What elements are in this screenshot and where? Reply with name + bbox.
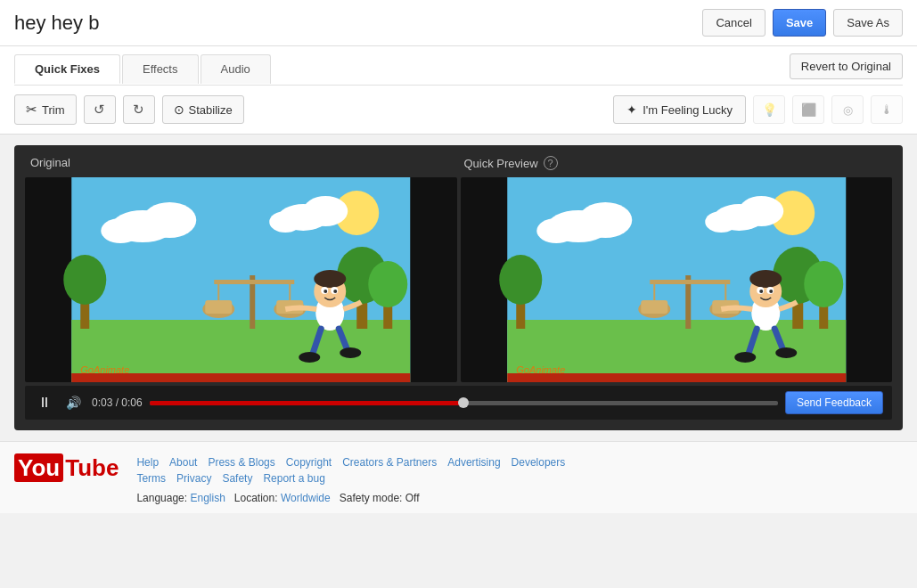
svg-rect-50 (650, 280, 730, 284)
svg-rect-33 (71, 373, 410, 382)
svg-point-7 (303, 196, 348, 226)
svg-point-38 (578, 202, 632, 238)
rotate-left-button[interactable]: ↺ (84, 95, 116, 124)
svg-point-31 (340, 347, 361, 358)
video-labels: Original Quick Preview ? (25, 156, 892, 170)
tabs: Quick Fixes Effects Audio (14, 54, 273, 84)
send-feedback-button[interactable]: Send Feedback (785, 391, 883, 414)
feeling-lucky-button[interactable]: ✦ I'm Feeling Lucky (613, 95, 746, 124)
svg-point-8 (269, 211, 301, 233)
stabilize-icon: ⊙ (174, 102, 184, 117)
scissors-icon: ✂ (26, 102, 37, 118)
svg-point-4 (143, 202, 196, 238)
safety-label: Safety mode: (340, 492, 403, 504)
rotate-right-icon: ↻ (133, 102, 144, 118)
pause-icon: ⏸ (37, 395, 52, 411)
svg-point-25 (314, 270, 346, 288)
svg-point-41 (739, 196, 783, 226)
revert-button[interactable]: Revert to Original (790, 53, 903, 79)
contrast-button[interactable]: ⬛ (792, 95, 824, 124)
svg-point-59 (749, 270, 782, 288)
video-controls: ⏸ 🔊 0:03 / 0:06 Send Feedback (25, 386, 892, 420)
trim-label: Trim (42, 103, 65, 117)
svg-rect-16 (214, 280, 294, 284)
save-as-button[interactable]: Save As (833, 9, 903, 37)
toolbar-area: Quick Fixes Effects Audio Revert to Orig… (0, 46, 917, 135)
svg-point-5 (101, 218, 140, 243)
cancel-button[interactable]: Cancel (702, 9, 765, 37)
original-frame: GoAnimate (25, 177, 457, 382)
svg-point-46 (804, 261, 843, 307)
video-frames: GoAnimate (25, 177, 892, 382)
pause-button[interactable]: ⏸ (34, 395, 55, 411)
svg-point-48 (499, 255, 542, 305)
rotate-right-button[interactable]: ↻ (123, 95, 155, 124)
page-title: hey hey b (14, 12, 702, 35)
tab-audio[interactable]: Audio (201, 54, 271, 84)
original-label: Original (25, 156, 459, 170)
footer-link-copyright[interactable]: Copyright (286, 456, 332, 469)
mute-icon: 🔊 (66, 396, 81, 410)
svg-point-63 (769, 290, 773, 293)
footer-link-about[interactable]: About (169, 456, 197, 469)
trim-button[interactable]: ✂ Trim (14, 94, 77, 125)
footer-link-report-bug[interactable]: Report a bug (263, 472, 324, 485)
header-buttons: Cancel Save Save As (702, 9, 903, 37)
footer-secondary-links: Terms Privacy Safety Report a bug (136, 472, 565, 485)
brightness-button[interactable]: 💡 (753, 95, 785, 124)
header: hey hey b Cancel Save Save As (0, 0, 917, 46)
svg-point-14 (63, 255, 106, 305)
video-container: Original Quick Preview ? (14, 145, 903, 430)
save-button[interactable]: Save (773, 9, 826, 37)
footer-link-safety[interactable]: Safety (222, 472, 252, 485)
svg-rect-52 (641, 300, 667, 314)
temperature-icon: 🌡 (880, 102, 893, 117)
svg-point-30 (299, 352, 320, 363)
youtube-logo: YouTube (14, 456, 119, 479)
feeling-lucky-label: I'm Feeling Lucky (643, 103, 733, 117)
saturation-icon: ◎ (843, 103, 853, 117)
preview-help-icon[interactable]: ? (544, 156, 558, 170)
svg-point-12 (368, 261, 407, 307)
temperature-button[interactable]: 🌡 (871, 95, 903, 124)
svg-point-28 (323, 290, 327, 293)
svg-point-65 (775, 347, 797, 358)
mute-button[interactable]: 🔊 (62, 396, 85, 410)
footer-link-creators[interactable]: Creators & Partners (342, 456, 437, 469)
footer-link-terms[interactable]: Terms (136, 472, 166, 485)
svg-point-64 (734, 352, 756, 363)
footer-link-privacy[interactable]: Privacy (176, 472, 211, 485)
svg-point-39 (536, 218, 576, 243)
stabilize-button[interactable]: ⊙ Stabilize (162, 95, 244, 124)
footer-link-help[interactable]: Help (136, 456, 159, 469)
svg-point-42 (705, 211, 737, 233)
tools-row: ✂ Trim ↺ ↻ ⊙ Stabilize ✦ I'm Feeling Luc… (14, 85, 903, 134)
preview-label: Quick Preview ? (459, 156, 893, 170)
footer: YouTube Help About Press & Blogs Copyrig… (0, 441, 917, 513)
tab-effects[interactable]: Effects (122, 54, 199, 84)
contrast-icon: ⬛ (801, 102, 816, 117)
progress-fill (150, 401, 464, 405)
svg-point-29 (333, 290, 337, 293)
stabilize-label: Stabilize (189, 103, 233, 117)
progress-dot (458, 397, 469, 408)
svg-point-62 (759, 290, 763, 293)
time-display: 0:03 / 0:06 (92, 396, 143, 409)
preview-frame: GoAnimate (461, 177, 893, 382)
progress-bar[interactable] (150, 401, 778, 405)
footer-link-advertising[interactable]: Advertising (447, 456, 500, 469)
location-label: Location: (234, 492, 278, 504)
svg-rect-18 (205, 300, 232, 314)
location-value: Worldwide (281, 492, 331, 504)
tab-quick-fixes[interactable]: Quick Fixes (14, 54, 120, 84)
svg-rect-67 (507, 373, 846, 382)
tabs-row: Quick Fixes Effects Audio Revert to Orig… (14, 46, 903, 85)
youtube-logo-you: You (14, 453, 63, 482)
footer-primary-links: Help About Press & Blogs Copyright Creat… (136, 456, 565, 469)
footer-link-developers[interactable]: Developers (512, 456, 566, 469)
safety-value: Off (405, 492, 420, 504)
saturation-button[interactable]: ◎ (831, 95, 864, 124)
lucky-icon: ✦ (626, 102, 637, 117)
footer-meta: Language: English Location: Worldwide Sa… (136, 492, 565, 504)
footer-link-press[interactable]: Press & Blogs (208, 456, 274, 469)
